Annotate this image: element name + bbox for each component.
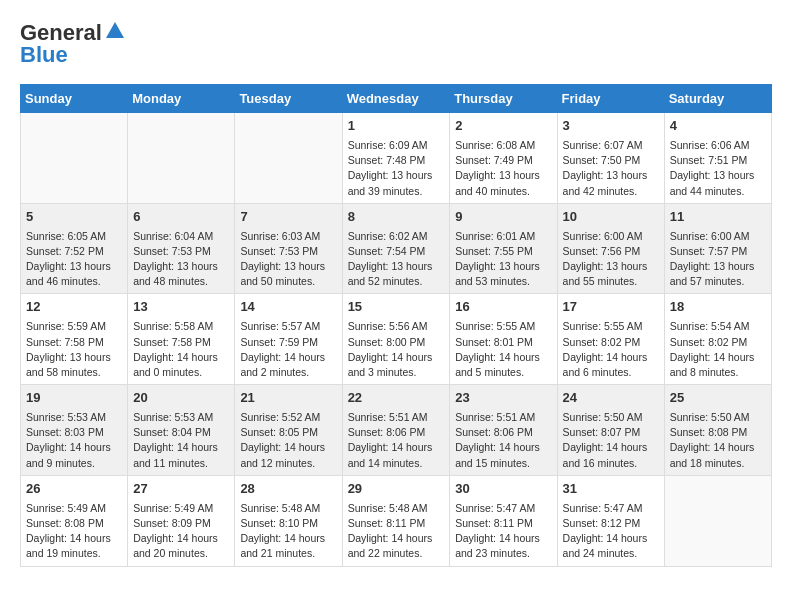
weekday-header: Friday	[557, 85, 664, 113]
calendar-cell: 21Sunrise: 5:52 AM Sunset: 8:05 PM Dayli…	[235, 385, 342, 476]
day-number: 11	[670, 208, 766, 227]
weekday-header: Tuesday	[235, 85, 342, 113]
calendar-cell: 2Sunrise: 6:08 AM Sunset: 7:49 PM Daylig…	[450, 113, 557, 204]
day-number: 9	[455, 208, 551, 227]
day-number: 15	[348, 298, 445, 317]
day-number: 10	[563, 208, 659, 227]
calendar-cell: 23Sunrise: 5:51 AM Sunset: 8:06 PM Dayli…	[450, 385, 557, 476]
day-info: Sunrise: 6:09 AM Sunset: 7:48 PM Dayligh…	[348, 138, 445, 199]
day-info: Sunrise: 5:54 AM Sunset: 8:02 PM Dayligh…	[670, 319, 766, 380]
day-number: 17	[563, 298, 659, 317]
calendar-cell	[664, 475, 771, 566]
calendar-cell: 18Sunrise: 5:54 AM Sunset: 8:02 PM Dayli…	[664, 294, 771, 385]
weekday-header: Monday	[128, 85, 235, 113]
day-number: 13	[133, 298, 229, 317]
day-number: 6	[133, 208, 229, 227]
day-number: 20	[133, 389, 229, 408]
day-number: 24	[563, 389, 659, 408]
calendar-cell: 4Sunrise: 6:06 AM Sunset: 7:51 PM Daylig…	[664, 113, 771, 204]
day-number: 2	[455, 117, 551, 136]
day-number: 3	[563, 117, 659, 136]
day-number: 8	[348, 208, 445, 227]
day-number: 29	[348, 480, 445, 499]
calendar-cell: 25Sunrise: 5:50 AM Sunset: 8:08 PM Dayli…	[664, 385, 771, 476]
day-number: 26	[26, 480, 122, 499]
calendar-week-row: 1Sunrise: 6:09 AM Sunset: 7:48 PM Daylig…	[21, 113, 772, 204]
logo: General Blue	[20, 20, 126, 68]
calendar-cell: 24Sunrise: 5:50 AM Sunset: 8:07 PM Dayli…	[557, 385, 664, 476]
day-info: Sunrise: 5:51 AM Sunset: 8:06 PM Dayligh…	[455, 410, 551, 471]
weekday-header: Wednesday	[342, 85, 450, 113]
day-info: Sunrise: 5:50 AM Sunset: 8:08 PM Dayligh…	[670, 410, 766, 471]
day-info: Sunrise: 6:00 AM Sunset: 7:56 PM Dayligh…	[563, 229, 659, 290]
calendar-cell: 26Sunrise: 5:49 AM Sunset: 8:08 PM Dayli…	[21, 475, 128, 566]
day-number: 25	[670, 389, 766, 408]
calendar-cell: 14Sunrise: 5:57 AM Sunset: 7:59 PM Dayli…	[235, 294, 342, 385]
calendar-cell: 9Sunrise: 6:01 AM Sunset: 7:55 PM Daylig…	[450, 203, 557, 294]
calendar-cell	[21, 113, 128, 204]
day-info: Sunrise: 5:53 AM Sunset: 8:03 PM Dayligh…	[26, 410, 122, 471]
day-number: 23	[455, 389, 551, 408]
day-info: Sunrise: 5:55 AM Sunset: 8:01 PM Dayligh…	[455, 319, 551, 380]
day-info: Sunrise: 6:04 AM Sunset: 7:53 PM Dayligh…	[133, 229, 229, 290]
day-number: 4	[670, 117, 766, 136]
calendar-cell: 8Sunrise: 6:02 AM Sunset: 7:54 PM Daylig…	[342, 203, 450, 294]
day-number: 1	[348, 117, 445, 136]
day-info: Sunrise: 5:59 AM Sunset: 7:58 PM Dayligh…	[26, 319, 122, 380]
calendar-week-row: 12Sunrise: 5:59 AM Sunset: 7:58 PM Dayli…	[21, 294, 772, 385]
calendar-cell: 20Sunrise: 5:53 AM Sunset: 8:04 PM Dayli…	[128, 385, 235, 476]
day-info: Sunrise: 5:48 AM Sunset: 8:11 PM Dayligh…	[348, 501, 445, 562]
calendar-week-row: 19Sunrise: 5:53 AM Sunset: 8:03 PM Dayli…	[21, 385, 772, 476]
calendar-cell: 13Sunrise: 5:58 AM Sunset: 7:58 PM Dayli…	[128, 294, 235, 385]
day-number: 18	[670, 298, 766, 317]
day-info: Sunrise: 5:49 AM Sunset: 8:09 PM Dayligh…	[133, 501, 229, 562]
calendar-cell: 29Sunrise: 5:48 AM Sunset: 8:11 PM Dayli…	[342, 475, 450, 566]
day-info: Sunrise: 6:01 AM Sunset: 7:55 PM Dayligh…	[455, 229, 551, 290]
calendar-week-row: 5Sunrise: 6:05 AM Sunset: 7:52 PM Daylig…	[21, 203, 772, 294]
day-number: 12	[26, 298, 122, 317]
calendar-table: SundayMondayTuesdayWednesdayThursdayFrid…	[20, 84, 772, 567]
day-number: 21	[240, 389, 336, 408]
day-number: 30	[455, 480, 551, 499]
day-info: Sunrise: 5:52 AM Sunset: 8:05 PM Dayligh…	[240, 410, 336, 471]
calendar-cell: 19Sunrise: 5:53 AM Sunset: 8:03 PM Dayli…	[21, 385, 128, 476]
day-info: Sunrise: 6:03 AM Sunset: 7:53 PM Dayligh…	[240, 229, 336, 290]
day-number: 7	[240, 208, 336, 227]
day-info: Sunrise: 6:06 AM Sunset: 7:51 PM Dayligh…	[670, 138, 766, 199]
day-info: Sunrise: 5:48 AM Sunset: 8:10 PM Dayligh…	[240, 501, 336, 562]
day-number: 14	[240, 298, 336, 317]
day-info: Sunrise: 5:51 AM Sunset: 8:06 PM Dayligh…	[348, 410, 445, 471]
calendar-cell: 17Sunrise: 5:55 AM Sunset: 8:02 PM Dayli…	[557, 294, 664, 385]
page-header: General Blue	[20, 20, 772, 68]
calendar-cell: 30Sunrise: 5:47 AM Sunset: 8:11 PM Dayli…	[450, 475, 557, 566]
day-info: Sunrise: 6:00 AM Sunset: 7:57 PM Dayligh…	[670, 229, 766, 290]
calendar-cell: 10Sunrise: 6:00 AM Sunset: 7:56 PM Dayli…	[557, 203, 664, 294]
calendar-cell: 22Sunrise: 5:51 AM Sunset: 8:06 PM Dayli…	[342, 385, 450, 476]
calendar-cell: 12Sunrise: 5:59 AM Sunset: 7:58 PM Dayli…	[21, 294, 128, 385]
calendar-cell: 31Sunrise: 5:47 AM Sunset: 8:12 PM Dayli…	[557, 475, 664, 566]
calendar-cell	[128, 113, 235, 204]
day-info: Sunrise: 6:07 AM Sunset: 7:50 PM Dayligh…	[563, 138, 659, 199]
day-info: Sunrise: 5:55 AM Sunset: 8:02 PM Dayligh…	[563, 319, 659, 380]
day-number: 19	[26, 389, 122, 408]
calendar-cell: 16Sunrise: 5:55 AM Sunset: 8:01 PM Dayli…	[450, 294, 557, 385]
day-number: 5	[26, 208, 122, 227]
day-info: Sunrise: 5:58 AM Sunset: 7:58 PM Dayligh…	[133, 319, 229, 380]
calendar-cell: 27Sunrise: 5:49 AM Sunset: 8:09 PM Dayli…	[128, 475, 235, 566]
day-info: Sunrise: 5:47 AM Sunset: 8:12 PM Dayligh…	[563, 501, 659, 562]
day-info: Sunrise: 5:47 AM Sunset: 8:11 PM Dayligh…	[455, 501, 551, 562]
day-info: Sunrise: 5:49 AM Sunset: 8:08 PM Dayligh…	[26, 501, 122, 562]
day-number: 27	[133, 480, 229, 499]
weekday-header: Thursday	[450, 85, 557, 113]
calendar-cell: 15Sunrise: 5:56 AM Sunset: 8:00 PM Dayli…	[342, 294, 450, 385]
day-number: 22	[348, 389, 445, 408]
logo-blue-text: Blue	[20, 42, 68, 68]
svg-marker-0	[106, 22, 124, 38]
day-number: 31	[563, 480, 659, 499]
calendar-cell: 7Sunrise: 6:03 AM Sunset: 7:53 PM Daylig…	[235, 203, 342, 294]
logo-icon	[104, 20, 126, 42]
calendar-cell: 28Sunrise: 5:48 AM Sunset: 8:10 PM Dayli…	[235, 475, 342, 566]
day-info: Sunrise: 5:57 AM Sunset: 7:59 PM Dayligh…	[240, 319, 336, 380]
calendar-cell: 11Sunrise: 6:00 AM Sunset: 7:57 PM Dayli…	[664, 203, 771, 294]
day-info: Sunrise: 5:50 AM Sunset: 8:07 PM Dayligh…	[563, 410, 659, 471]
